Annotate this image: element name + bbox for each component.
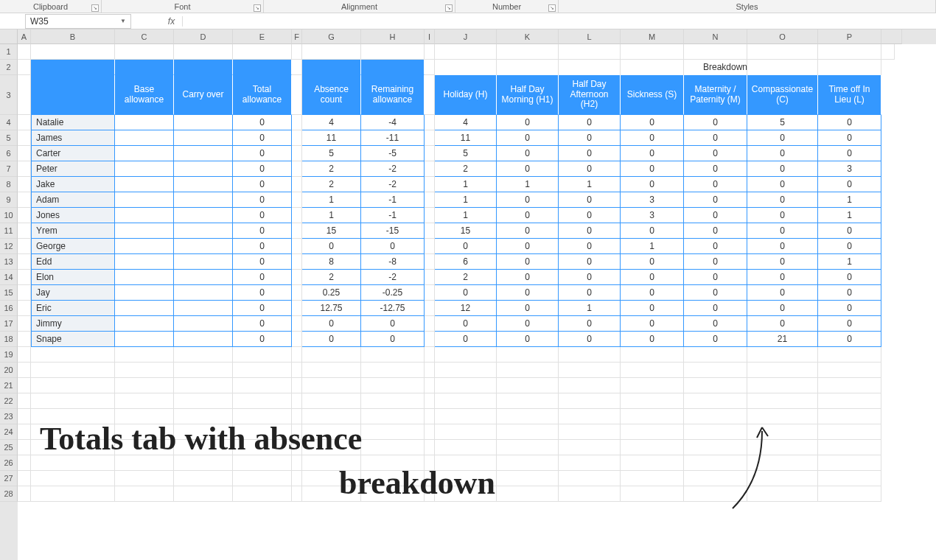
cell[interactable] bbox=[425, 455, 435, 471]
table-header-holiday[interactable]: Holiday (H) bbox=[435, 75, 497, 115]
cell-sick[interactable]: 0 bbox=[621, 301, 684, 316]
cell-holiday[interactable]: 0 bbox=[435, 332, 497, 347]
cell[interactable] bbox=[18, 192, 31, 208]
cell-compassionate[interactable]: 0 bbox=[747, 254, 818, 270]
cell-lieu[interactable]: 1 bbox=[818, 192, 881, 208]
cell-carry[interactable] bbox=[174, 332, 233, 347]
cell[interactable] bbox=[292, 347, 302, 363]
cell[interactable] bbox=[425, 130, 435, 146]
employee-name[interactable]: George bbox=[31, 239, 115, 254]
cell[interactable] bbox=[435, 486, 497, 502]
cell-carry[interactable] bbox=[174, 177, 233, 192]
cell-base[interactable] bbox=[115, 223, 174, 239]
cell-holiday[interactable]: 11 bbox=[435, 130, 497, 146]
cell-compassionate[interactable]: 0 bbox=[747, 146, 818, 161]
cell[interactable] bbox=[747, 455, 818, 471]
row-head[interactable]: 8 bbox=[0, 177, 18, 192]
cell-sick[interactable]: 0 bbox=[621, 223, 684, 239]
cell[interactable] bbox=[425, 177, 435, 192]
cell-carry[interactable] bbox=[174, 223, 233, 239]
cell[interactable] bbox=[115, 486, 174, 502]
cell[interactable] bbox=[31, 424, 115, 440]
dialog-launcher-icon[interactable]: ↘ bbox=[254, 4, 261, 12]
cell-sick[interactable]: 0 bbox=[621, 285, 684, 301]
cell-total[interactable]: 0 bbox=[233, 316, 292, 332]
cell[interactable] bbox=[559, 393, 621, 409]
cell[interactable] bbox=[174, 363, 233, 378]
table-header-absence[interactable]: Absence count bbox=[302, 75, 361, 115]
row-head[interactable]: 5 bbox=[0, 130, 18, 146]
cell-absence[interactable]: 15 bbox=[302, 223, 361, 239]
name-box[interactable]: W35 ▼ bbox=[25, 14, 131, 29]
cell[interactable] bbox=[497, 409, 559, 424]
table-header-compassionate[interactable]: Compassionate (C) bbox=[747, 75, 818, 115]
cell[interactable] bbox=[31, 486, 115, 502]
cell-sick[interactable]: 0 bbox=[621, 316, 684, 332]
cell[interactable] bbox=[174, 471, 233, 486]
row-head[interactable]: 12 bbox=[0, 239, 18, 254]
cell[interactable] bbox=[425, 486, 435, 502]
dialog-launcher-icon[interactable]: ↘ bbox=[548, 4, 556, 12]
cell[interactable] bbox=[497, 60, 559, 75]
cell-holiday[interactable]: 1 bbox=[435, 192, 497, 208]
cell[interactable] bbox=[818, 409, 881, 424]
cell[interactable] bbox=[292, 440, 302, 455]
cell[interactable] bbox=[621, 424, 684, 440]
cell-h2[interactable]: 0 bbox=[559, 239, 621, 254]
cell[interactable] bbox=[497, 440, 559, 455]
col-head-partial[interactable] bbox=[881, 29, 902, 44]
cell-remaining[interactable]: 0 bbox=[361, 332, 425, 347]
cell-lieu[interactable]: 0 bbox=[818, 316, 881, 332]
cell[interactable] bbox=[292, 44, 302, 60]
col-head-J[interactable]: J bbox=[435, 29, 497, 44]
cell[interactable] bbox=[818, 455, 881, 471]
cell-base[interactable] bbox=[115, 316, 174, 332]
cell-carry[interactable] bbox=[174, 130, 233, 146]
cell-lieu[interactable]: 1 bbox=[818, 208, 881, 223]
cell[interactable] bbox=[361, 44, 425, 60]
table-header[interactable] bbox=[174, 60, 233, 75]
fx-icon[interactable]: fx bbox=[161, 16, 183, 27]
cell[interactable] bbox=[361, 486, 425, 502]
cell[interactable] bbox=[233, 347, 292, 363]
cell[interactable] bbox=[292, 75, 302, 115]
cell[interactable] bbox=[18, 130, 31, 146]
cell-holiday[interactable]: 0 bbox=[435, 285, 497, 301]
cell[interactable] bbox=[621, 455, 684, 471]
cell[interactable] bbox=[425, 208, 435, 223]
cell-compassionate[interactable]: 0 bbox=[747, 316, 818, 332]
cell-compassionate[interactable]: 0 bbox=[747, 161, 818, 177]
cell-compassionate[interactable]: 0 bbox=[747, 208, 818, 223]
employee-name[interactable]: Peter bbox=[31, 161, 115, 177]
cell[interactable] bbox=[292, 455, 302, 471]
cell[interactable] bbox=[559, 363, 621, 378]
cell[interactable] bbox=[435, 363, 497, 378]
row-head[interactable]: 16 bbox=[0, 301, 18, 316]
employee-name[interactable]: Adam bbox=[31, 192, 115, 208]
cell[interactable] bbox=[684, 440, 747, 455]
cell-base[interactable] bbox=[115, 115, 174, 130]
cell-holiday[interactable]: 5 bbox=[435, 146, 497, 161]
cell[interactable] bbox=[292, 60, 302, 75]
cell[interactable] bbox=[292, 285, 302, 301]
employee-name[interactable]: Edd bbox=[31, 254, 115, 270]
table-header[interactable] bbox=[31, 60, 115, 75]
cell-h1[interactable]: 0 bbox=[497, 161, 559, 177]
cell[interactable] bbox=[425, 363, 435, 378]
cell-maternity[interactable]: 0 bbox=[684, 285, 747, 301]
cell[interactable] bbox=[292, 301, 302, 316]
cell-base[interactable] bbox=[115, 192, 174, 208]
cell-sick[interactable]: 1 bbox=[621, 239, 684, 254]
cell-holiday[interactable]: 1 bbox=[435, 177, 497, 192]
table-header-remaining[interactable]: Remaining allowance bbox=[361, 75, 425, 115]
cell[interactable] bbox=[747, 347, 818, 363]
cell-remaining[interactable]: -1 bbox=[361, 208, 425, 223]
cell[interactable] bbox=[559, 409, 621, 424]
cell[interactable] bbox=[435, 44, 497, 60]
cell[interactable] bbox=[233, 440, 292, 455]
cell[interactable] bbox=[747, 378, 818, 393]
employee-name[interactable]: Jay bbox=[31, 285, 115, 301]
cell[interactable] bbox=[435, 440, 497, 455]
col-head-M[interactable]: M bbox=[621, 29, 684, 44]
cell[interactable] bbox=[425, 75, 435, 115]
